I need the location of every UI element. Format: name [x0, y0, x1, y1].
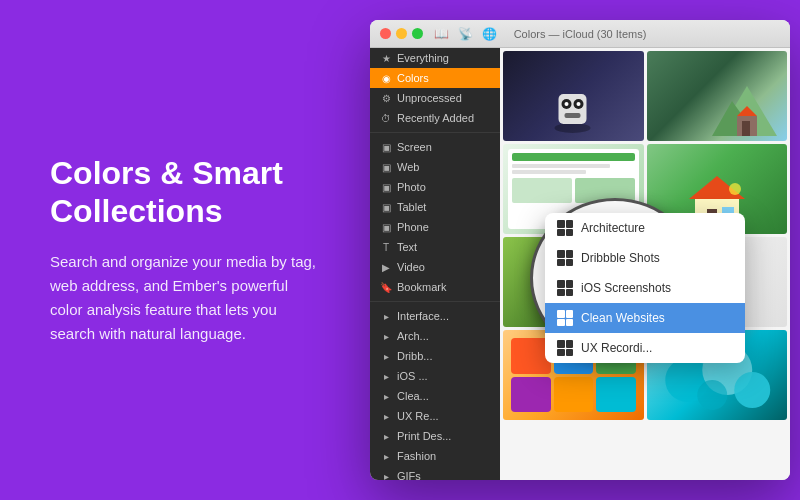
grid-icon: [557, 220, 573, 236]
sidebar-item-text[interactable]: T Text: [370, 237, 500, 257]
sidebar-item-screen[interactable]: ▣ Screen: [370, 137, 500, 157]
sidebar-item-clean[interactable]: ▸ Clea...: [370, 386, 500, 406]
web-icon: ▣: [380, 161, 392, 173]
video-icon: ▶: [380, 261, 392, 273]
svg-point-5: [577, 102, 581, 106]
grid-cell-robot: [503, 51, 644, 141]
svg-point-0: [555, 123, 591, 133]
dropdown-item-dribbble[interactable]: Dribbble Shots: [545, 243, 745, 273]
grid-icon-highlighted: [557, 310, 573, 326]
sidebar-item-colors[interactable]: ◉ Colors: [370, 68, 500, 88]
maximize-button[interactable]: [412, 28, 423, 39]
sidebar-divider-2: [370, 301, 500, 302]
ios-icon: ▸: [380, 370, 392, 382]
sidebar-item-ux[interactable]: ▸ UX Re...: [370, 406, 500, 426]
sidebar-item-unprocessed[interactable]: ⚙ Unprocessed: [370, 88, 500, 108]
main-content: Architecture Dribbble Shots: [500, 48, 790, 480]
sidebar-item-tablet[interactable]: ▣ Tablet: [370, 197, 500, 217]
sidebar-item-phone[interactable]: ▣ Phone: [370, 217, 500, 237]
clock-icon: ⏱: [380, 112, 392, 124]
clean-icon: ▸: [380, 390, 392, 402]
sidebar-item-print[interactable]: ▸ Print Des...: [370, 426, 500, 446]
sidebar-item-gifs[interactable]: ▸ GIFs: [370, 466, 500, 480]
window-title: Colors — iCloud (30 Items): [514, 28, 647, 40]
colors-icon: ◉: [380, 72, 392, 84]
sidebar-item-everything[interactable]: ★ Everything: [370, 48, 500, 68]
rss-icon[interactable]: 📡: [457, 26, 473, 42]
sidebar-item-recently-added[interactable]: ⏱ Recently Added: [370, 108, 500, 128]
collection-dropdown: Architecture Dribbble Shots iOS Screensh…: [545, 213, 745, 363]
sidebar-item-arch[interactable]: ▸ Arch...: [370, 326, 500, 346]
print-icon: ▸: [380, 430, 392, 442]
screen-icon: ▣: [380, 141, 392, 153]
dropdown-item-ux[interactable]: UX Recordi...: [545, 333, 745, 363]
sidebar-item-video[interactable]: ▶ Video: [370, 257, 500, 277]
sidebar: ★ Everything ◉ Colors ⚙ Unprocessed ⏱ Re…: [370, 48, 500, 480]
grid-icon: [557, 250, 573, 266]
svg-rect-6: [565, 113, 581, 118]
sidebar-item-dribbble[interactable]: ▸ Dribb...: [370, 346, 500, 366]
grid-icon: [557, 340, 573, 356]
dropdown-item-ios[interactable]: iOS Screenshots: [545, 273, 745, 303]
svg-point-4: [565, 102, 569, 106]
window-body: ★ Everything ◉ Colors ⚙ Unprocessed ⏱ Re…: [370, 48, 790, 480]
sidebar-divider-1: [370, 132, 500, 133]
star-icon: ★: [380, 52, 392, 64]
arch-icon: ▸: [380, 330, 392, 342]
ux-icon: ▸: [380, 410, 392, 422]
close-button[interactable]: [380, 28, 391, 39]
mac-window: 📖 📡 🌐 Colors — iCloud (30 Items) ★ Every…: [370, 20, 790, 480]
sidebar-item-ios[interactable]: ▸ iOS ...: [370, 366, 500, 386]
heading: Colors & Smart Collections: [50, 154, 320, 231]
dribbble-icon: ▸: [380, 350, 392, 362]
sidebar-item-fashion[interactable]: ▸ Fashion: [370, 446, 500, 466]
fashion-icon: ▸: [380, 450, 392, 462]
svg-rect-10: [742, 121, 750, 136]
grid-icon: [557, 280, 573, 296]
svg-point-16: [729, 183, 741, 195]
svg-rect-1: [559, 94, 587, 124]
svg-point-26: [734, 372, 770, 408]
description: Search and organize your media by tag, w…: [50, 250, 320, 346]
gear-icon: ⚙: [380, 92, 392, 104]
sidebar-item-interface[interactable]: ▸ Interface...: [370, 306, 500, 326]
svg-point-27: [697, 380, 727, 410]
sidebar-item-photo[interactable]: ▣ Photo: [370, 177, 500, 197]
photo-icon: ▣: [380, 181, 392, 193]
bookmark-icon: 🔖: [380, 281, 392, 293]
phone-icon: ▣: [380, 221, 392, 233]
gifs-icon: ▸: [380, 470, 392, 480]
left-panel: Colors & Smart Collections Search and or…: [0, 114, 370, 387]
minimize-button[interactable]: [396, 28, 407, 39]
dropdown-item-clean[interactable]: Clean Websites: [545, 303, 745, 333]
interface-icon: ▸: [380, 310, 392, 322]
title-bar: 📖 📡 🌐 Colors — iCloud (30 Items): [370, 20, 790, 48]
sidebar-item-web[interactable]: ▣ Web: [370, 157, 500, 177]
toolbar-icons: 📖 📡 🌐: [433, 26, 497, 42]
globe-icon[interactable]: 🌐: [481, 26, 497, 42]
book-icon[interactable]: 📖: [433, 26, 449, 42]
dropdown-item-architecture[interactable]: Architecture: [545, 213, 745, 243]
text-icon: T: [380, 241, 392, 253]
sidebar-item-bookmark[interactable]: 🔖 Bookmark: [370, 277, 500, 297]
grid-cell-mountain: [647, 51, 788, 141]
tablet-icon: ▣: [380, 201, 392, 213]
traffic-lights: [380, 28, 423, 39]
